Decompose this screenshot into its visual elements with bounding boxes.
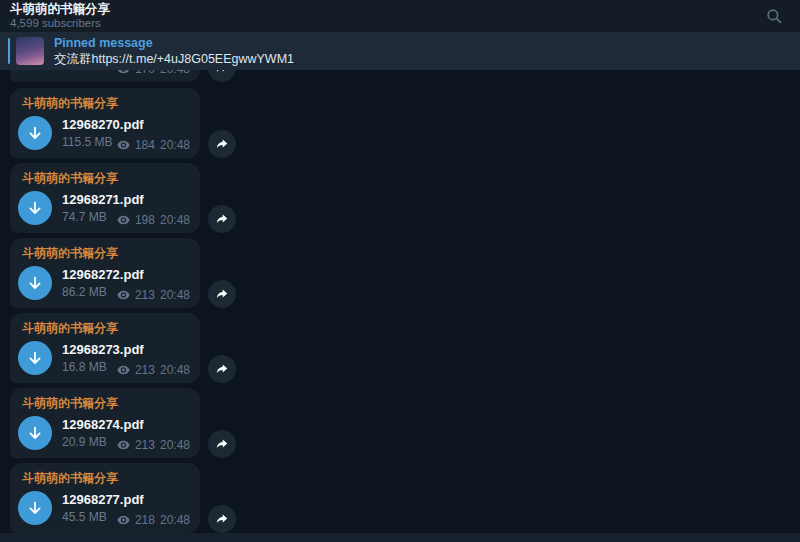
message-row: 斗萌萌的书籍分享 12968270.pdf 115.5 MB — [10, 88, 250, 158]
message-time: 20:48 — [160, 363, 190, 377]
message-row: 斗萌萌的书籍分享 12968272.pdf 86.2 MB — [10, 238, 250, 308]
message-time: 20:48 — [160, 288, 190, 302]
message-bubble: 斗萌萌的书籍分享 12968277.pdf 45.5 MB — [10, 463, 200, 533]
message-bubble: 斗萌萌的书籍分享 12968273.pdf 16.8 MB — [10, 313, 200, 383]
eye-icon — [117, 440, 130, 450]
message-time: 20:48 — [160, 513, 190, 527]
forward-button[interactable] — [208, 280, 236, 308]
search-icon[interactable] — [764, 6, 784, 26]
file-name[interactable]: 12968270.pdf — [62, 117, 144, 133]
pinned-label: Pinned message — [54, 36, 294, 51]
download-button[interactable] — [18, 191, 52, 225]
channel-title: 斗萌萌的书籍分享 — [10, 2, 110, 16]
eye-icon — [117, 215, 130, 225]
message-bubble: 斗萌萌的书籍分享 12968274.pdf 20.9 MB — [10, 388, 200, 458]
download-button[interactable] — [18, 116, 52, 150]
message-row: 斗萌萌的书籍分享 12968274.pdf 20.9 MB — [10, 388, 250, 458]
message-row: 斗萌萌的书籍分享 12968273.pdf 16.8 MB — [10, 313, 250, 383]
view-count: 213 — [135, 288, 155, 302]
view-count: 198 — [135, 213, 155, 227]
message-meta: 213 20:48 — [117, 363, 190, 377]
message-time: 20:48 — [160, 138, 190, 152]
file-name[interactable]: 12968274.pdf — [62, 417, 144, 433]
forward-button[interactable] — [208, 130, 236, 158]
eye-icon — [117, 365, 130, 375]
file-name[interactable]: 12968277.pdf — [62, 492, 144, 508]
pinned-message-bar[interactable]: Pinned message 交流群https://t.me/+4uJ8G05E… — [0, 32, 800, 70]
message-bubble: 斗萌萌的书籍分享 12968270.pdf 115.5 MB — [10, 88, 200, 158]
pinned-thumbnail — [16, 37, 44, 65]
message-list: 斗萌萌的书籍分享 12968270.pdf 115.5 MB — [10, 70, 250, 533]
pinned-accent-bar — [8, 38, 10, 64]
forward-button[interactable] — [208, 430, 236, 458]
message-row: 斗萌萌的书籍分享 12968271.pdf 74.7 MB — [10, 163, 250, 233]
eye-icon — [117, 515, 130, 525]
compose-area-edge — [0, 533, 800, 542]
download-button[interactable] — [18, 491, 52, 525]
sender-name[interactable]: 斗萌萌的书籍分享 — [10, 463, 200, 487]
message-meta: 218 20:48 — [117, 513, 190, 527]
forward-button[interactable] — [208, 355, 236, 383]
message-scroll-area[interactable]: 170 20:48 斗萌萌的书籍分享 — [0, 70, 800, 533]
view-count: 184 — [135, 138, 155, 152]
message-time: 20:48 — [160, 438, 190, 452]
file-name[interactable]: 12968271.pdf — [62, 192, 144, 208]
chat-header-info[interactable]: 斗萌萌的书籍分享 4,599 subscribers — [10, 2, 110, 31]
pinned-texts: Pinned message 交流群https://t.me/+4uJ8G05E… — [54, 36, 294, 67]
download-button[interactable] — [18, 416, 52, 450]
download-button[interactable] — [18, 266, 52, 300]
message-bubble: 斗萌萌的书籍分享 12968271.pdf 74.7 MB — [10, 163, 200, 233]
file-name[interactable]: 12968272.pdf — [62, 267, 144, 283]
message-meta: 213 20:48 — [117, 438, 190, 452]
message-bubble: 斗萌萌的书籍分享 12968272.pdf 86.2 MB — [10, 238, 200, 308]
download-button[interactable] — [18, 341, 52, 375]
message-time: 20:48 — [160, 213, 190, 227]
file-name[interactable]: 12968273.pdf — [62, 342, 144, 358]
view-count: 213 — [135, 438, 155, 452]
subscriber-count: 4,599 subscribers — [10, 17, 110, 30]
chat-header: 斗萌萌的书籍分享 4,599 subscribers — [0, 0, 800, 32]
sender-name[interactable]: 斗萌萌的书籍分享 — [10, 388, 200, 412]
sender-name[interactable]: 斗萌萌的书籍分享 — [10, 313, 200, 337]
view-count: 213 — [135, 363, 155, 377]
message-meta: 184 20:48 — [117, 138, 190, 152]
message-meta: 198 20:48 — [117, 213, 190, 227]
eye-icon — [117, 140, 130, 150]
sender-name[interactable]: 斗萌萌的书籍分享 — [10, 238, 200, 262]
sender-name[interactable]: 斗萌萌的书籍分享 — [10, 163, 200, 187]
forward-button[interactable] — [208, 205, 236, 233]
view-count: 218 — [135, 513, 155, 527]
eye-icon — [117, 290, 130, 300]
forward-button[interactable] — [208, 505, 236, 533]
message-row: 斗萌萌的书籍分享 12968277.pdf 45.5 MB — [10, 463, 250, 533]
message-meta: 213 20:48 — [117, 288, 190, 302]
sender-name[interactable]: 斗萌萌的书籍分享 — [10, 88, 200, 112]
telegram-channel-window: 斗萌萌的书籍分享 4,599 subscribers Pinned messag… — [0, 0, 800, 542]
pinned-message-text: 交流群https://t.me/+4uJ8G05EEgwwYWM1 — [54, 52, 294, 67]
